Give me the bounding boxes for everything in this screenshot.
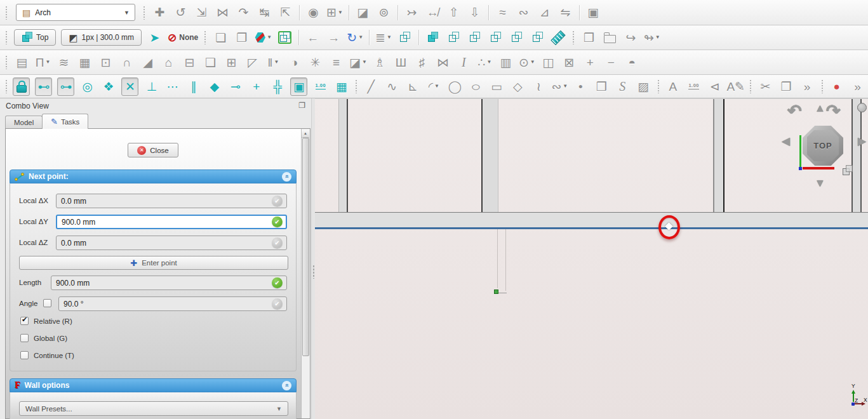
collapse-section-icon[interactable]: » xyxy=(282,381,291,390)
snap-parallel-icon[interactable]: ∥ xyxy=(185,78,201,95)
dimension-icon[interactable]: 1.00 xyxy=(686,78,702,95)
arch-panel-icon[interactable]: ◪▼ xyxy=(349,54,367,71)
arch-fence-icon[interactable]: ♯ xyxy=(414,54,430,71)
relative-checkbox[interactable] xyxy=(20,317,29,325)
offset-icon[interactable]: ↷ xyxy=(236,4,251,21)
global-checkbox-row[interactable]: Global (G) xyxy=(20,334,67,342)
arch-equipment-icon[interactable]: ♗ xyxy=(372,54,388,71)
shape-builder-icon[interactable]: ❒ xyxy=(581,29,597,46)
toggle-construction-icon[interactable]: ▼ xyxy=(255,29,272,46)
wall-options-header[interactable]: F Wall options » xyxy=(10,378,297,392)
nav-arrow-down-icon[interactable]: ▼ xyxy=(815,178,825,189)
arch-cut-with-plane-icon[interactable]: ◫ xyxy=(540,54,556,71)
wall-segment[interactable] xyxy=(338,99,348,212)
nav-back-icon[interactable]: ← xyxy=(305,29,321,46)
arch-buildingpart-icon[interactable]: ⊡ xyxy=(98,54,114,71)
move-icon[interactable]: ✚ xyxy=(152,4,168,21)
toolbar-overflow2-icon[interactable]: » xyxy=(850,78,865,95)
toolbar-overflow-icon[interactable]: » xyxy=(799,78,815,95)
snap-near-icon[interactable]: ⊸ xyxy=(227,78,243,95)
continue-checkbox-row[interactable]: Continue (T) xyxy=(20,351,74,359)
nav-arrow-left-icon[interactable]: ◀ xyxy=(782,136,790,147)
dependency-tools-icon[interactable]: ≣▼ xyxy=(375,29,392,46)
macro-record-icon[interactable]: ● xyxy=(829,78,845,95)
copy-icon[interactable]: ❐ xyxy=(778,78,794,95)
tab-model[interactable]: Model xyxy=(5,116,43,129)
line-style-button[interactable]: ◩1px | 300.0 mm xyxy=(61,29,142,46)
draft-edit-icon[interactable]: ◉ xyxy=(305,4,321,21)
snap-dimensions-icon[interactable]: 1.00 xyxy=(312,78,328,95)
select-subelements-icon[interactable]: ❐ xyxy=(234,29,250,46)
arch-window-icon[interactable]: ⊞ xyxy=(224,54,239,71)
arch-slab-icon[interactable]: ◢ xyxy=(140,54,156,71)
collapse-section-icon[interactable]: » xyxy=(282,172,291,182)
dock-float-icon[interactable]: ❐ xyxy=(298,102,305,109)
snap-center-icon[interactable]: ◎ xyxy=(79,78,95,95)
arch-section-plane-icon[interactable]: ◑ xyxy=(286,54,302,71)
draft-circle-icon[interactable]: ◯ xyxy=(447,78,463,95)
snap-angle-icon[interactable]: ❖ xyxy=(100,78,116,95)
next-point-header[interactable]: Next point: » xyxy=(10,170,297,183)
view-top-button[interactable]: Top xyxy=(14,29,56,46)
navigation-cube[interactable]: TOP xyxy=(803,126,843,166)
snap-grid-icon[interactable]: ╬ xyxy=(269,78,285,95)
cut-icon[interactable]: ✂ xyxy=(758,78,773,95)
viewport-3d[interactable]: ↶ ↷ ▲ ▼ ◀ ▶ TOP Y Z X xyxy=(315,98,868,419)
point-edit-icon[interactable]: ⊚ xyxy=(376,4,392,21)
draft-shapestring-icon[interactable]: S xyxy=(615,78,631,95)
toolbar-handle[interactable] xyxy=(5,79,7,93)
slope-icon[interactable]: ⊿ xyxy=(537,4,552,21)
arch-truss-icon[interactable]: ⋈ xyxy=(435,54,451,71)
global-checkbox[interactable] xyxy=(20,334,29,342)
toolbar-handle[interactable] xyxy=(821,79,823,93)
trimex-icon[interactable]: ↹ xyxy=(257,4,272,21)
continue-checkbox[interactable] xyxy=(20,351,29,359)
tab-tasks[interactable]: ✎ Tasks xyxy=(42,114,88,129)
toolbar-handle[interactable] xyxy=(5,30,8,44)
length-input[interactable] xyxy=(51,276,287,290)
nav-rotate-right-icon[interactable]: ↷ xyxy=(826,103,841,120)
sketch-to-draft-icon[interactable]: ∾ xyxy=(516,4,531,21)
arch-curtainwall-icon[interactable]: ▦ xyxy=(77,54,93,71)
arch-project-icon[interactable]: ∩ xyxy=(119,54,135,71)
flip-direction-icon[interactable]: ⇋ xyxy=(558,4,573,21)
array-tools-icon[interactable]: ⊞▼ xyxy=(326,4,343,21)
close-task-button[interactable]: ✕ Close xyxy=(128,143,178,157)
arch-material-icon[interactable]: ∴▼ xyxy=(477,54,493,71)
arch-profile-icon[interactable]: I xyxy=(456,54,472,71)
open-folder-icon[interactable] xyxy=(602,29,618,46)
draft-facebinder-icon[interactable]: ❒ xyxy=(594,78,610,95)
autogroup-none-icon[interactable]: ⊘None xyxy=(168,29,198,46)
arch-reference-icon[interactable]: ❑ xyxy=(203,54,218,71)
nav-arrow-up-icon[interactable]: ▲ xyxy=(815,103,825,114)
wall-segment[interactable] xyxy=(713,99,724,212)
arch-pipe-icon[interactable]: ⊙▼ xyxy=(519,54,535,71)
grid-toggle-icon[interactable]: ▦ xyxy=(333,78,349,95)
axonometric-view-icon[interactable] xyxy=(397,29,413,46)
toolbar-handle[interactable] xyxy=(355,79,357,93)
toolbar-handle[interactable] xyxy=(657,79,659,93)
draft-wire-icon[interactable]: ∿ xyxy=(384,78,400,95)
arch-remove-component-icon[interactable]: − xyxy=(603,54,619,71)
view-left-icon[interactable] xyxy=(530,29,545,46)
arch-floor-icon[interactable]: ⊟ xyxy=(182,54,197,71)
split-icon[interactable]: ↮ xyxy=(425,4,441,21)
rotate-icon[interactable]: ↺ xyxy=(173,4,189,21)
local-dz-input[interactable] xyxy=(56,236,287,250)
arch-frame-icon[interactable]: Ш xyxy=(393,54,409,71)
view-front-icon[interactable] xyxy=(425,29,441,46)
nav-rotate-left-icon[interactable]: ↶ xyxy=(787,103,802,120)
draft-polygon-icon[interactable]: ◇ xyxy=(510,78,526,95)
nav-minicube-icon[interactable] xyxy=(842,166,853,178)
measure-icon[interactable] xyxy=(551,29,566,46)
arch-wall-icon[interactable]: ▤ xyxy=(14,54,30,71)
wall-baseline-edge[interactable] xyxy=(315,227,868,229)
arch-building-icon[interactable]: ⌂ xyxy=(161,54,177,71)
nav-arrow-right-icon[interactable]: ▶ xyxy=(858,136,866,147)
arch-stairs-icon[interactable]: ≡ xyxy=(328,54,344,71)
view-bottom-icon[interactable] xyxy=(509,29,524,46)
arch-axis-icon[interactable]: ‖▼ xyxy=(265,54,281,71)
mirror-icon[interactable]: ⋈ xyxy=(215,4,230,21)
upgrade-icon[interactable]: ⇧ xyxy=(446,4,462,21)
enter-point-button[interactable]: ✚ Enter point xyxy=(19,256,288,270)
